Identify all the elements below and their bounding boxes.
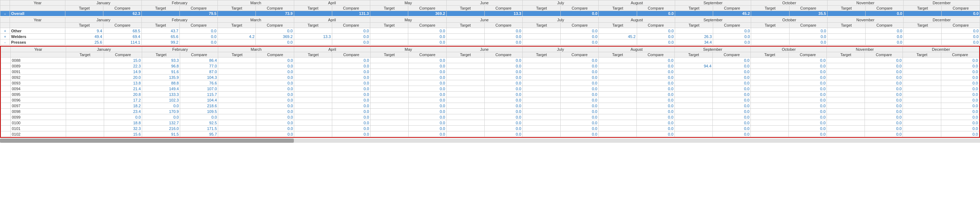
mid-oct-header: October: [751, 17, 827, 23]
other-dec-c: 0.0: [942, 28, 980, 34]
other-expand-btn[interactable]: +: [0, 28, 10, 34]
welders-may-t: [370, 34, 408, 40]
detail-row: 009313.888.876.60.00.00.00.00.00.00.00.0…: [1, 80, 979, 86]
welders-mar-t: 4.2: [218, 34, 256, 40]
welders-dec-c: 0.0: [942, 34, 980, 40]
nov-compare-header: Compare: [865, 6, 903, 11]
mid-jun-c: Compare: [484, 23, 522, 28]
welders-expand-btn[interactable]: +: [0, 34, 10, 40]
overall-feb-target: [142, 11, 180, 16]
presses-expand-btn[interactable]: -: [0, 40, 10, 45]
other-nov-c: 0.0: [865, 28, 903, 34]
mid-jul-c: Compare: [561, 23, 599, 28]
mid-sep-c: Compare: [713, 23, 751, 28]
detail-tc-header: Target Compare Target Compare Target Com…: [1, 52, 979, 57]
jan-compare-header: Compare: [103, 6, 142, 11]
overall-jun-compare: 13.3: [484, 11, 522, 16]
presses-row: - Presses 25.6 114.1 99.2 0.0 0.0 0.0 0.…: [0, 40, 980, 45]
mid-dec-header: December: [904, 17, 980, 23]
target-compare-header-row: Target Compare Target Compare Target Com…: [0, 6, 980, 11]
welders-oct-t: [751, 34, 789, 40]
mid-mar-t: Target: [218, 23, 256, 28]
mid-dec-c: Compare: [942, 23, 980, 28]
welders-jun-t: [446, 34, 484, 40]
oct-target-header: Target: [751, 6, 789, 11]
mid-apr-header: April: [294, 17, 370, 23]
presses-jun-c: 0.0: [484, 40, 522, 45]
other-oct-c: 0.0: [789, 28, 827, 34]
presses-aug-t: [599, 40, 637, 45]
other-feb-c: 0.0: [180, 28, 218, 34]
main-container: Year January February March April May Ju…: [0, 0, 980, 143]
welders-jun-c: 0.0: [484, 34, 522, 40]
mid-nov-c: Compare: [865, 23, 903, 28]
horizontal-scrollbar[interactable]: [0, 139, 980, 143]
july-header: July: [522, 0, 598, 6]
mid-mar-c: Compare: [256, 23, 294, 28]
other-dec-t: [904, 28, 942, 34]
det-nov-t: Target: [827, 52, 865, 57]
det-may-t: Target: [370, 52, 408, 57]
presses-mar-c: 0.0: [256, 40, 294, 45]
detail-row: 010018.8132.792.50.00.00.00.00.00.00.00.…: [1, 120, 979, 126]
mid-feb-c: Compare: [180, 23, 218, 28]
detail-row: 00990.00.00.00.00.00.00.00.00.00.00.00.0…: [1, 114, 979, 120]
presses-apr-c: 0.0: [332, 40, 370, 45]
det-mar-c: Compare: [256, 52, 294, 57]
det-may-c: Compare: [408, 52, 446, 57]
other-jan-c: 68.5: [103, 28, 142, 34]
overall-mar-target: [218, 11, 256, 16]
presses-mar-t: [218, 40, 256, 45]
may-header: May: [370, 0, 446, 6]
det-sep-c: Compare: [713, 52, 751, 57]
mid-year-header: Year: [10, 17, 65, 23]
det-jul-t: Target: [522, 52, 560, 57]
det-apr-c: Compare: [332, 52, 370, 57]
scrollbar-thumb[interactable]: [0, 139, 294, 143]
year-subheader: [10, 6, 65, 11]
jul-target-header: Target: [522, 6, 560, 11]
mid-oct-t: Target: [751, 23, 789, 28]
oct-compare-header: Compare: [789, 6, 827, 11]
mid-jun-header: June: [446, 17, 522, 23]
presses-jul-c: 0.0: [561, 40, 599, 45]
jun-target-header: Target: [446, 6, 484, 11]
other-feb-t: 43.7: [142, 28, 180, 34]
det-dec-c: Compare: [941, 52, 979, 57]
welders-sep-t: 26.3: [675, 34, 713, 40]
other-aug-c: 0.0: [637, 28, 675, 34]
feb-compare-header: Compare: [180, 6, 218, 11]
overall-apr-target: [294, 11, 332, 16]
mid-dec-t: Target: [904, 23, 942, 28]
top-table: Year January February March April May Ju…: [0, 0, 980, 16]
other-mar-t: [218, 28, 256, 34]
mar-compare-header: Compare: [256, 6, 294, 11]
other-aug-t: [599, 28, 637, 34]
overall-sep-target: [675, 11, 713, 16]
jan-target-header: Target: [65, 6, 103, 11]
january-header: January: [65, 0, 142, 6]
det-aug-header: August: [598, 47, 675, 52]
apr-compare-header: Compare: [332, 6, 370, 11]
mid-nov-t: Target: [827, 23, 865, 28]
detail-row: 009617.2102.3104.40.00.00.00.00.00.00.00…: [1, 97, 979, 103]
other-sep-t: [675, 28, 713, 34]
november-header: November: [827, 0, 903, 6]
overall-feb-compare: 79.5: [180, 11, 218, 16]
august-header: August: [599, 0, 675, 6]
june-header: June: [446, 0, 522, 6]
expand-col-header: [0, 0, 10, 6]
detail-table: Year January February March April May Ju…: [1, 46, 979, 137]
overall-nov-compare: 0.0: [865, 11, 903, 16]
mar-target-header: Target: [218, 6, 256, 11]
october-header: October: [751, 0, 827, 6]
presses-sep-c: 0.0: [713, 40, 751, 45]
nov-target-header: Target: [827, 6, 865, 11]
presses-feb-t: 99.2: [142, 40, 180, 45]
welders-jan-c: 69.4: [103, 34, 142, 40]
overall-jul-target: [522, 11, 560, 16]
welders-dec-t: [904, 34, 942, 40]
welders-apr-t: 13.3: [294, 34, 332, 40]
overall-row: - Overall 62.3 79.5 73.9 131.3 369.2 13.…: [0, 11, 980, 16]
overall-expand-btn[interactable]: -: [0, 11, 10, 16]
